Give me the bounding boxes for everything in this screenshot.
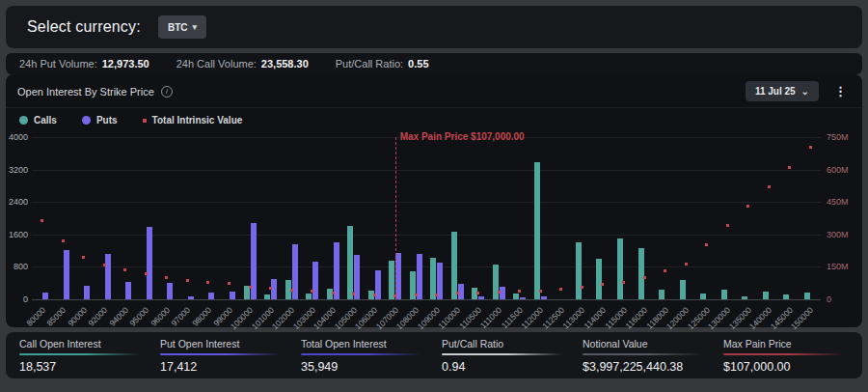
legend-item-intrinsic[interactable]: Total Intrinsic Value	[143, 115, 243, 126]
put-call-ratio-value: 0.55	[408, 58, 428, 70]
put-bar-107000	[395, 253, 401, 299]
left-axis-tick-800: 800	[6, 262, 28, 271]
call-bar-112000	[534, 162, 540, 299]
put-bar-103000	[312, 262, 318, 299]
put-bar-97000	[188, 296, 194, 299]
put-bar-94000	[125, 282, 131, 299]
legend-item-puts[interactable]: Puts	[82, 115, 118, 126]
put-call-ratio-label: Put/Call Ratio:	[336, 58, 403, 70]
right-axis-tick-0: 0	[827, 294, 831, 304]
intrinsic-dot-140000	[768, 185, 771, 188]
intrinsic-dot-90000	[82, 256, 85, 259]
put-bar-108000	[417, 254, 422, 299]
intrinsic-dot-99000	[228, 282, 231, 285]
puts-dot-icon	[82, 116, 91, 125]
intrinsic-dot-118000	[664, 269, 666, 272]
intrinsic-dot-95000	[145, 272, 148, 275]
right-axis-tick-150M: 150M	[827, 262, 849, 271]
intrinsic-dot-104000	[332, 292, 335, 294]
gridline-3200	[32, 170, 821, 171]
stat-value: $107,000.00	[723, 360, 849, 374]
stat-underline	[442, 353, 562, 355]
call-bar-118000	[659, 290, 665, 299]
call-bar-103000	[306, 294, 312, 299]
intrinsic-dot-150000	[809, 146, 812, 149]
put-bar-110500	[478, 296, 484, 299]
right-axis-tick-300M: 300M	[827, 230, 849, 239]
put-call-ratio-stat: Put/Call Ratio: 0.55	[336, 58, 429, 70]
intrinsic-dot-94000	[123, 268, 126, 271]
left-axis-tick-1600: 1600	[6, 230, 28, 239]
volume-summary-bar: 24h Put Volume: 12,973.50 24h Call Volum…	[6, 53, 862, 74]
left-axis-tick-2400: 2400	[6, 197, 28, 207]
stat-value: $3,997,225,440.38	[583, 360, 708, 374]
legend-item-calls[interactable]: Calls	[19, 115, 57, 126]
call-bar-101000	[264, 294, 270, 299]
left-axis-tick-0: 0	[6, 294, 28, 304]
currency-dropdown[interactable]: BTC ▾	[158, 15, 206, 39]
put-bar-80000	[42, 293, 48, 299]
right-axis-tick-450M: 450M	[827, 197, 849, 207]
info-icon[interactable]: i	[161, 86, 173, 98]
intrinsic-dot-101000	[269, 287, 272, 290]
put-bar-111500	[520, 297, 526, 299]
intrinsic-dot-108000	[415, 294, 418, 296]
put-bar-96000	[167, 283, 173, 299]
intrinsic-dot-80000	[41, 219, 43, 222]
stat-value: 18,537	[19, 360, 145, 374]
intrinsic-dot-109000	[435, 294, 438, 296]
intrinsic-dot-103000	[311, 290, 313, 293]
chart-title: Open Interest By Strike Price	[17, 86, 154, 98]
intrinsic-dot-145000	[788, 166, 791, 169]
put-bar-99000	[230, 292, 235, 299]
intrinsic-dot-125000	[705, 243, 708, 246]
date-selector-button[interactable]: 11 Jul 25 ⌄	[746, 81, 819, 101]
intrinsic-dot-100000	[249, 286, 252, 289]
legend-intrinsic-label: Total Intrinsic Value	[152, 115, 243, 126]
put-bar-85000	[64, 250, 69, 299]
call-bar-116000	[638, 248, 644, 299]
strike-price-chart: 00800150M1600300M2400450M3200600M4000750…	[6, 127, 862, 325]
chart-header: Open Interest By Strike Price i 11 Jul 2…	[6, 81, 862, 108]
intrinsic-dot-113000	[581, 286, 583, 289]
intrinsic-dot-85000	[62, 239, 65, 242]
intrinsic-dot-110500	[476, 292, 479, 294]
kebab-menu-icon[interactable]: ⋮	[830, 85, 851, 98]
stat-value: 17,412	[160, 360, 285, 374]
put-bar-92000	[105, 254, 111, 299]
intrinsic-dot-105000	[352, 293, 355, 295]
intrinsic-dot-110000	[456, 292, 459, 294]
put-bar-112000	[541, 296, 547, 299]
intrinsic-dot-98000	[206, 281, 209, 284]
intrinsic-dot-92000	[103, 264, 106, 266]
currency-dropdown-value: BTC	[168, 22, 188, 33]
intrinsic-dot-115000	[622, 281, 625, 284]
stat-underline	[723, 353, 844, 355]
date-selector-value: 11 Jul 25	[755, 86, 796, 97]
call-bar-150000	[804, 293, 810, 299]
max-pain-line	[395, 137, 396, 299]
call-bar-145000	[783, 294, 789, 299]
put-volume-stat: 24h Put Volume: 12,973.50	[19, 58, 149, 70]
intrinsic-dot-102000	[290, 289, 293, 292]
stat-underline	[583, 353, 703, 355]
call-volume-value: 23,558.30	[261, 58, 309, 70]
call-bar-130000	[721, 290, 727, 299]
stat-underline	[160, 353, 281, 355]
gridline-2400	[32, 202, 821, 203]
intrinsic-dot-116000	[643, 276, 646, 279]
intrinsic-dot-112500	[559, 288, 562, 291]
right-axis-tick-600M: 600M	[827, 165, 849, 175]
call-bar-105000	[347, 226, 353, 299]
chevron-down-icon: ⌄	[801, 86, 809, 97]
call-volume-stat: 24h Call Volume: 23,558.30	[176, 58, 309, 70]
select-currency-label: Select currency:	[27, 18, 141, 36]
stat-underline	[301, 353, 421, 355]
call-bar-115000	[617, 238, 623, 299]
legend-calls-label: Calls	[34, 115, 57, 126]
call-bar-135000	[742, 296, 747, 299]
intrinsic-dot-114000	[601, 283, 604, 286]
left-axis-tick-3200: 3200	[6, 165, 28, 175]
call-bar-107000	[389, 261, 394, 299]
call-bar-111500	[513, 294, 519, 299]
